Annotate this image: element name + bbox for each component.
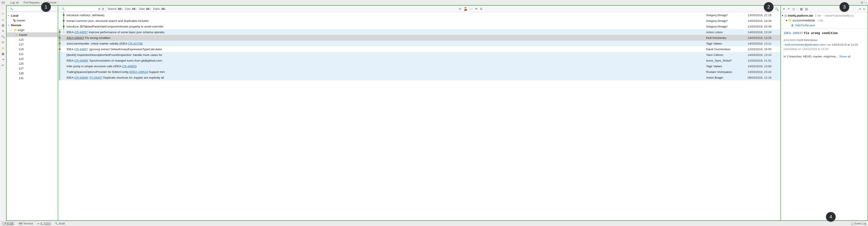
commit-row[interactable]: [devkit] InspectionDescriptionNotFoundIn… — [58, 52, 780, 58]
status-git-label: 9: Git — [7, 222, 13, 225]
commit-email[interactable]: kirill.kirichenko@jetbrains.com — [785, 43, 825, 46]
chevron-down-icon[interactable]: ▾ — [786, 19, 787, 22]
module-icon: ▧ — [784, 14, 787, 17]
collapse-icon[interactable]: ⇤ — [863, 7, 866, 11]
status-event-log-label: Event Log — [855, 222, 866, 225]
log-search-input[interactable] — [66, 7, 97, 10]
sort-icon[interactable]: ↓↑ — [470, 7, 473, 11]
commit-row[interactable]: introduce JBTabbedPane#tabComponentInset… — [58, 24, 780, 29]
status-terminal[interactable]: ⌨ Terminal — [19, 222, 33, 225]
file-name[interactable]: HelpTooltip.java — [795, 24, 815, 27]
branch-ref[interactable]: 119 — [19, 48, 24, 51]
commit-row[interactable]: JoinLinesHandler: check marker validity … — [58, 41, 780, 46]
branch-ref[interactable]: 127 — [19, 67, 24, 70]
diff-icon[interactable]: ✦ — [783, 7, 785, 11]
callout-3: 3 — [840, 2, 849, 12]
history-icon[interactable]: ◷ — [792, 7, 795, 11]
group-icon[interactable]: ▦ — [800, 7, 803, 11]
search-icon[interactable]: 🔍 — [1, 35, 5, 38]
commit-authored-on: on 14/03/2019 at 13:25 — [827, 43, 858, 46]
filter-user[interactable]: User: All▾ — [125, 7, 137, 10]
commit-author: Kirill Kirichenko — [797, 38, 817, 42]
search-icon[interactable]: 🔍 — [775, 7, 779, 11]
star-icon[interactable]: ★ — [2, 46, 4, 50]
open-tab-icon[interactable]: ⧉ — [480, 7, 482, 11]
filter-paths-val: All — [161, 7, 164, 10]
commit-row[interactable]: IDEA-CR-44889: Synchronization of change… — [58, 58, 780, 63]
cherry-pick-icon[interactable]: 🍒 — [464, 7, 467, 11]
branch-tree[interactable]: ▾Local🔖master▾Remote▾📁origin★master11511… — [6, 12, 58, 220]
commit-date: 13/03/2019, 19:28 — [748, 19, 780, 23]
left-gutter: ‹ ＋ ↙ 🗑 ✦ 🔍 ⟳ ★ ▣ ⇥ ⇤ — [0, 5, 6, 221]
commit-row[interactable]: IDEA-208437 Fix wrong condition Kirill K… — [58, 35, 780, 41]
flatten-icon[interactable]: ▤ — [805, 7, 808, 11]
close-icon[interactable]: × — [57, 1, 59, 4]
changed-files-tree[interactable]: ▾ ▧ intellij.platform.ide 1 file ~/IdeaP… — [781, 12, 868, 29]
chevron-down-icon[interactable]: ▾ — [782, 14, 783, 17]
folder-icon: 📁 — [788, 19, 792, 22]
branch-ref[interactable]: 131 — [19, 76, 24, 80]
commit-list[interactable]: introduce nullize(s, defValue) Gregory.S… — [58, 12, 780, 220]
commit-message: JoinLinesHandler: check marker validity … — [66, 42, 706, 45]
regex-icon[interactable]: ✲ — [98, 7, 101, 11]
tab-pull-requests[interactable]: Pull Requests× — [23, 1, 42, 4]
branch-ref[interactable]: 121 — [19, 52, 24, 56]
filter-branch[interactable]: Branch: All▾ — [108, 7, 123, 10]
commit-author: Tagir Valeev — [706, 42, 748, 45]
show-all-branches[interactable]: Show all — [839, 55, 850, 58]
branch-ref[interactable]: 129 — [19, 72, 24, 75]
branch-local-master[interactable]: master — [17, 19, 25, 22]
filter-paths[interactable]: Paths: All▾ — [153, 7, 166, 10]
eye-icon[interactable]: 👁 — [475, 7, 478, 11]
status-build[interactable]: 🔨 Build — [55, 222, 65, 225]
checkout-icon[interactable]: ↙ — [2, 18, 4, 22]
chevron-left-icon[interactable]: ‹ — [2, 6, 3, 10]
commit-issue-link[interactable]: IDEA-208437 — [783, 31, 803, 35]
placeholder-icon[interactable]: ▣ — [2, 52, 4, 55]
status-event-log[interactable]: ◯ Event Log — [851, 222, 866, 225]
status-terminal-label: Terminal — [23, 222, 33, 225]
indent-icon[interactable]: ⇥ — [2, 58, 4, 61]
gear-icon[interactable]: ⚙ — [861, 1, 863, 4]
filter-date[interactable]: Date: All▾ — [139, 7, 151, 10]
commit-row[interactable]: Infer purity in simple recursive calls (… — [58, 63, 780, 69]
add-icon[interactable]: ＋ — [2, 12, 5, 16]
delete-icon[interactable]: 🗑 — [2, 24, 5, 27]
tab-log[interactable]: Log: all — [10, 1, 19, 4]
revert-icon[interactable]: ↶ — [787, 7, 790, 11]
commit-row[interactable]: IDEA-CR-44897: [groovy] extract DefaultU… — [58, 46, 780, 52]
refresh-icon[interactable]: ⟳ — [2, 41, 4, 44]
remote-label: Remote — [11, 24, 22, 27]
compare-icon[interactable]: ✦ — [2, 29, 4, 33]
status-git[interactable]: ⎇ 9: Git — [2, 222, 15, 226]
branch-ref[interactable]: 123 — [19, 57, 24, 61]
branch-ref[interactable]: 117 — [19, 43, 24, 46]
branch-ref[interactable]: 125 — [19, 62, 24, 65]
status-todo[interactable]: ≔ 6: TODO — [37, 222, 51, 225]
commit-row[interactable]: TrailingSpacesOptionsProvider for Editor… — [58, 69, 780, 75]
filter-branch-val: All — [118, 7, 121, 10]
details-pane: ✦ ↶ ◷ | ▦ ▤ ⇥ ⇤ ▾ ▧ intellij.platform.id… — [780, 5, 868, 221]
commit-title: IDEA-208437 Fix wrong condition — [783, 31, 865, 35]
commit-row[interactable]: IDEA-CR-44949: PY-34437 Duplicate shortc… — [58, 75, 780, 80]
remote-origin[interactable]: origin — [18, 28, 25, 32]
filter-date-lbl: Date: — [139, 7, 145, 10]
commit-row[interactable]: introduce nullize(s, defValue) Gregory.S… — [58, 12, 780, 18]
commit-message: [devkit] InspectionDescriptionNotFoundIn… — [66, 53, 706, 57]
module-path: ~/IdeaProjects/intellij-co — [824, 14, 854, 17]
expand-icon[interactable]: ⇥ — [858, 7, 861, 11]
filter-settings-icon[interactable]: ⚙ — [101, 7, 104, 11]
log-search[interactable]: 🔍 ✲ ⚙ — [60, 6, 106, 11]
commit-row[interactable]: extract common json, structural search a… — [58, 18, 780, 24]
minimize-icon[interactable]: — — [865, 1, 867, 4]
commit-details: IDEA-208437 Fix wrong condition a93c9893… — [781, 29, 868, 61]
commit-row[interactable]: ↓ IDEA-CR-44957 improve performance of s… — [58, 29, 780, 35]
refresh-icon[interactable]: ⟳ — [459, 7, 461, 11]
commit-committed-on: committed on 14/03/2019 at 13:25 — [783, 47, 828, 51]
branch-origin-master[interactable]: master — [19, 33, 28, 36]
filter-date-val: All — [146, 7, 149, 10]
branch-ref[interactable]: 115 — [19, 38, 24, 41]
tab-pr-label: Pull Requests — [23, 1, 40, 4]
close-icon[interactable]: × — [40, 1, 42, 4]
outdent-icon[interactable]: ⇤ — [2, 63, 4, 67]
